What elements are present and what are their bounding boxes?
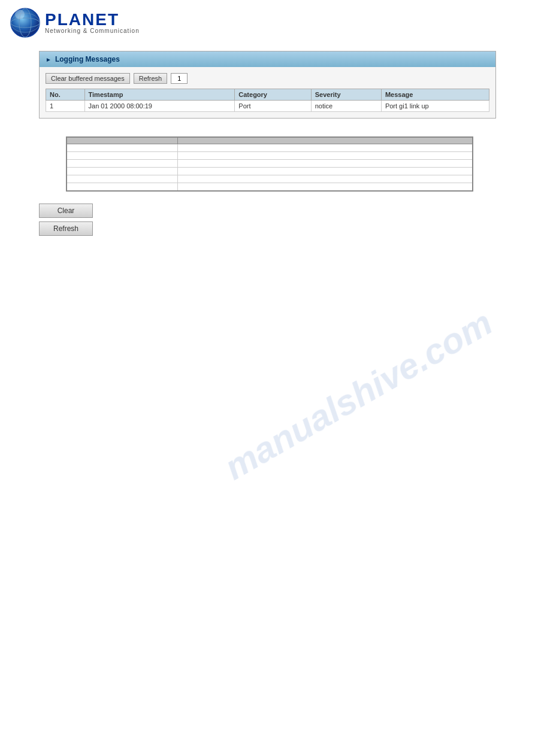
data-row-col1 bbox=[67, 168, 177, 175]
data-row-col1 bbox=[67, 144, 177, 152]
log-table-cell: notice bbox=[311, 101, 381, 112]
logo-text: PLANET Networking & Communication bbox=[45, 11, 140, 34]
data-row-col1 bbox=[67, 152, 177, 160]
log-table-cell: Jan 01 2000 08:00:19 bbox=[84, 101, 235, 112]
log-table-cell: Port bbox=[235, 101, 311, 112]
logging-messages-panel: ► Logging Messages Clear buffered messag… bbox=[39, 51, 496, 119]
panel-arrow-icon: ► bbox=[46, 56, 52, 63]
data-header-col2 bbox=[177, 137, 473, 144]
clear-buffered-button[interactable]: Clear buffered messages bbox=[46, 73, 130, 84]
log-table-cell: Port gi1 link up bbox=[381, 101, 489, 112]
data-row-col1 bbox=[67, 183, 177, 192]
col-severity: Severity bbox=[311, 89, 381, 101]
data-table-header-row bbox=[67, 137, 473, 144]
logo-planet-name: PLANET bbox=[45, 11, 140, 28]
svg-point-0 bbox=[11, 8, 40, 37]
log-table-cell: 1 bbox=[46, 101, 85, 112]
data-row-col2 bbox=[177, 160, 473, 168]
data-table-row bbox=[67, 160, 473, 168]
data-row-col2 bbox=[177, 144, 473, 152]
col-category: Category bbox=[235, 89, 311, 101]
svg-point-4 bbox=[15, 10, 25, 19]
panel-header: ► Logging Messages bbox=[40, 51, 495, 67]
data-header-col1 bbox=[67, 137, 177, 144]
logo-area: PLANET Networking & Communication bbox=[0, 0, 535, 45]
data-row-col2 bbox=[177, 168, 473, 175]
col-no: No. bbox=[46, 89, 85, 101]
data-table-row bbox=[67, 183, 473, 192]
data-table-row bbox=[67, 175, 473, 183]
data-table-row bbox=[67, 152, 473, 160]
log-table: No. Timestamp Category Severity Message … bbox=[46, 89, 489, 112]
data-row-col2 bbox=[177, 152, 473, 160]
log-table-header-row: No. Timestamp Category Severity Message bbox=[46, 89, 489, 101]
logo-globe-icon bbox=[9, 6, 42, 39]
data-table-row bbox=[67, 144, 473, 152]
logo-subtitle: Networking & Communication bbox=[45, 28, 140, 34]
log-table-row: 1Jan 01 2000 08:00:19PortnoticePort gi1 … bbox=[46, 101, 489, 112]
logo-container: PLANET Networking & Communication bbox=[9, 6, 526, 39]
data-row-col2 bbox=[177, 183, 473, 192]
refresh-top-button[interactable]: Refresh bbox=[134, 73, 168, 84]
clear-button[interactable]: Clear bbox=[39, 204, 93, 218]
bottom-buttons: Clear Refresh bbox=[39, 204, 496, 236]
panel-body: Clear buffered messages Refresh No. Time… bbox=[40, 67, 495, 118]
data-table bbox=[66, 136, 473, 192]
data-row-col1 bbox=[67, 160, 177, 168]
data-row-col1 bbox=[67, 175, 177, 183]
refresh-button[interactable]: Refresh bbox=[39, 221, 93, 236]
panel-title: Logging Messages bbox=[55, 55, 120, 63]
page-input[interactable] bbox=[171, 73, 188, 84]
col-message: Message bbox=[381, 89, 489, 101]
lower-section bbox=[66, 136, 469, 192]
col-timestamp: Timestamp bbox=[84, 89, 235, 101]
data-row-col2 bbox=[177, 175, 473, 183]
toolbar: Clear buffered messages Refresh bbox=[46, 73, 489, 84]
data-table-row bbox=[67, 168, 473, 175]
watermark: manualshive.com bbox=[217, 301, 499, 488]
